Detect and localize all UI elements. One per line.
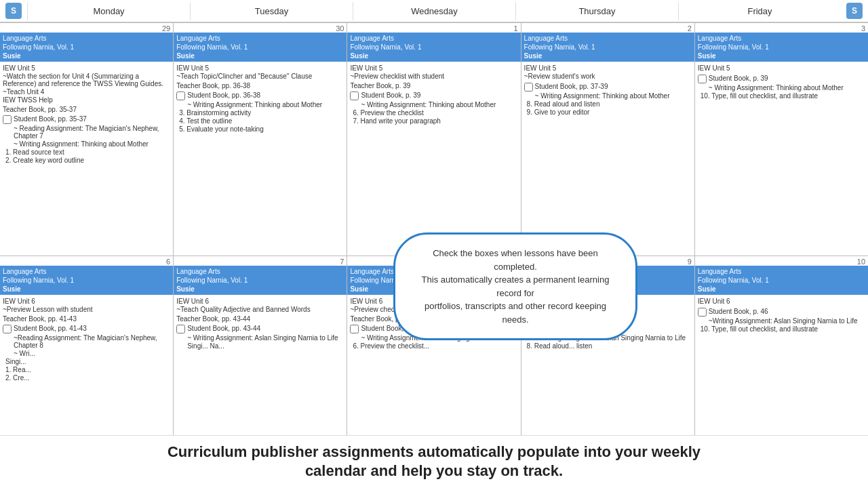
right-corner-button[interactable]: S <box>846 3 863 19</box>
right-corner: S <box>841 0 868 22</box>
checkbox-10[interactable] <box>698 308 707 317</box>
checkbox-4[interactable] <box>524 83 533 92</box>
cell-thu-2: 2 Language Arts Following Narnia, Vol. 1… <box>521 23 694 256</box>
left-corner-button[interactable]: S <box>5 3 22 19</box>
checklist-label: Student Book, p. 39 <box>709 74 768 83</box>
course-title: Language Arts <box>350 34 517 43</box>
checkbox-6[interactable] <box>3 325 12 333</box>
checkbox-8[interactable] <box>350 325 359 333</box>
card-header-thu-2: Language Arts Following Narnia, Vol. 1 S… <box>521 33 694 62</box>
date-30: 30 <box>336 24 344 33</box>
student-name: Susie <box>698 285 865 293</box>
unit-label: IEW Unit 5 <box>698 64 865 72</box>
checklist-row: Student Book, pp. 43-44 <box>176 324 344 333</box>
numbered-item: 1. Rea... <box>5 366 170 373</box>
iew-help: IEW TWSS Help <box>3 96 170 104</box>
numbered-item: 9. Give to your editor <box>527 108 692 116</box>
calendar-grid: 29 Language Arts Following Narnia, Vol. … <box>0 22 868 488</box>
student-name: Susie <box>3 285 170 293</box>
course-subtitle: Following Narnia, Vol. 1 <box>3 276 170 285</box>
student-name: Susie <box>3 52 170 60</box>
unit-detail: ~Teach Quality Adjective and Banned Word… <box>176 306 344 313</box>
item-detail: Singi... Na... <box>187 342 344 350</box>
card-header-wed-1: Language Arts Following Narnia, Vol. 1 S… <box>347 33 520 62</box>
checklist-label: Student Book, p. 39 <box>361 91 420 100</box>
checklist-row: Student Book, pp. 37-39 <box>524 82 692 92</box>
student-name: Susie <box>176 285 344 293</box>
item-detail: ~ Writing Assignment: Thinking about Mot… <box>14 140 170 148</box>
course-subtitle: Following Narnia, Vol. 1 <box>698 43 865 52</box>
course-title: Language Arts <box>3 34 170 43</box>
item-detail: ~ Writing Assignment: Thinking about Mot… <box>535 92 692 100</box>
numbered-item: 5. Evaluate your note-taking <box>179 125 344 133</box>
teacher-book: Teacher Book, pp. 43-44 <box>176 315 344 323</box>
checklist-label: Student Book, pp. 37-39 <box>535 82 608 91</box>
numbered-item: 4. Test the outline <box>179 117 344 125</box>
bottom-banner: Curriculum publisher assignments automat… <box>0 435 868 488</box>
numbered-item: 2. Create key word outline <box>5 157 170 164</box>
card-header-mon-6: Language Arts Following Narnia, Vol. 1 S… <box>0 266 173 295</box>
unit-detail: ~Teach Topic/Clincher and "Because" Clau… <box>176 73 344 80</box>
item-detail: ~ Wri... <box>14 350 170 357</box>
checkbox-7[interactable] <box>176 325 185 333</box>
card-header-fri-3: Language Arts Following Narnia, Vol. 1 S… <box>695 33 868 62</box>
item-detail: ~ Writing Assignment: Aslan Singing Narn… <box>187 334 344 342</box>
unit-label: IEW Unit 5 <box>176 64 344 72</box>
checklist-row: Student Book, pp. 35-37 <box>3 115 170 124</box>
unit-detail: ~Preview Lesson with student <box>3 306 170 313</box>
unit-detail: ~Watch the section for Unit 4 (Summarizi… <box>3 73 170 87</box>
numbered-item: 1. Read source text <box>5 148 170 156</box>
checkbox-5[interactable] <box>698 75 707 83</box>
item-detail: ~ Writing Assignment: Thinking about Mot… <box>709 84 865 92</box>
checklist-label: Student Book, pp. 43-44 <box>187 324 260 333</box>
col-wednesday: Wednesday <box>353 2 515 20</box>
date-6: 6 <box>166 258 170 266</box>
cell-content-mon-29: Language Arts Following Narnia, Vol. 1 S… <box>0 33 173 256</box>
course-subtitle: Following Narnia, Vol. 1 <box>698 276 865 285</box>
checkbox-2[interactable] <box>176 92 185 100</box>
cell-wed-1: 1 Language Arts Following Narnia, Vol. 1… <box>347 23 520 256</box>
course-title: Language Arts <box>3 267 170 276</box>
course-title: Language Arts <box>698 34 865 43</box>
unit-detail: ~Preview checklist with student <box>350 73 517 80</box>
date-7: 7 <box>340 258 344 266</box>
numbered-item: 6. Preview the checklist... <box>353 342 517 350</box>
item-detail: ~Writing Assignment: Aslan Singing Narni… <box>709 317 865 325</box>
checklist-row: Student Book, pp. 36-38 <box>176 91 344 100</box>
course-title: Language Arts <box>698 267 865 276</box>
numbered-item: 6. Preview the checklist <box>353 109 517 117</box>
week-row-1: 29 Language Arts Following Narnia, Vol. … <box>0 22 868 256</box>
cell-content-wed-1: Language Arts Following Narnia, Vol. 1 S… <box>347 33 520 256</box>
unit-label: IEW Unit 5 <box>3 64 170 72</box>
checkbox-1[interactable] <box>3 115 12 124</box>
item-detail: ~ Writing Assignment: Thinking about Mot… <box>361 101 517 108</box>
col-thursday: Thursday <box>515 2 678 20</box>
student-name: Susie <box>698 52 865 60</box>
course-title: Language Arts <box>176 34 344 43</box>
unit-detail2: ~Teach Unit 4 <box>3 88 170 96</box>
student-name: Susie <box>350 52 517 60</box>
course-subtitle: Following Narnia, Vol. 1 <box>524 43 692 52</box>
date-2: 2 <box>688 24 692 33</box>
checklist-row: Student Book, p. 39 <box>698 74 865 83</box>
card-header-mon-29: Language Arts Following Narnia, Vol. 1 S… <box>0 33 173 62</box>
date-29: 29 <box>162 24 170 33</box>
col-tuesday: Tuesday <box>190 2 353 20</box>
cell-content-fri-3: Language Arts Following Narnia, Vol. 1 S… <box>695 33 868 256</box>
left-corner: S <box>0 0 27 22</box>
teacher-book: Teacher Book, pp. 35-37 <box>3 106 170 113</box>
numbered-item: 7. Hand write your paragraph <box>353 117 517 125</box>
numbered-item: 3. Brainstorming activity <box>179 109 344 117</box>
unit-label: IEW Unit 6 <box>3 298 170 305</box>
checkbox-3[interactable] <box>350 92 359 100</box>
student-name: Susie <box>524 52 692 60</box>
course-subtitle: Following Narnia, Vol. 1 <box>350 43 517 52</box>
course-title: Language Arts <box>524 34 692 43</box>
card-header-tue-30: Language Arts Following Narnia, Vol. 1 S… <box>174 33 347 62</box>
date-9: 9 <box>688 258 692 266</box>
numbered-item: Singi... <box>5 358 170 365</box>
card-header-tue-7: Language Arts Following Narnia, Vol. 1 S… <box>174 266 347 295</box>
unit-detail: ~Review student's work <box>524 73 692 80</box>
cell-fri-3: 3 Language Arts Following Narnia, Vol. 1… <box>694 23 868 256</box>
numbered-item: 8. Read aloud and listen <box>527 100 692 108</box>
